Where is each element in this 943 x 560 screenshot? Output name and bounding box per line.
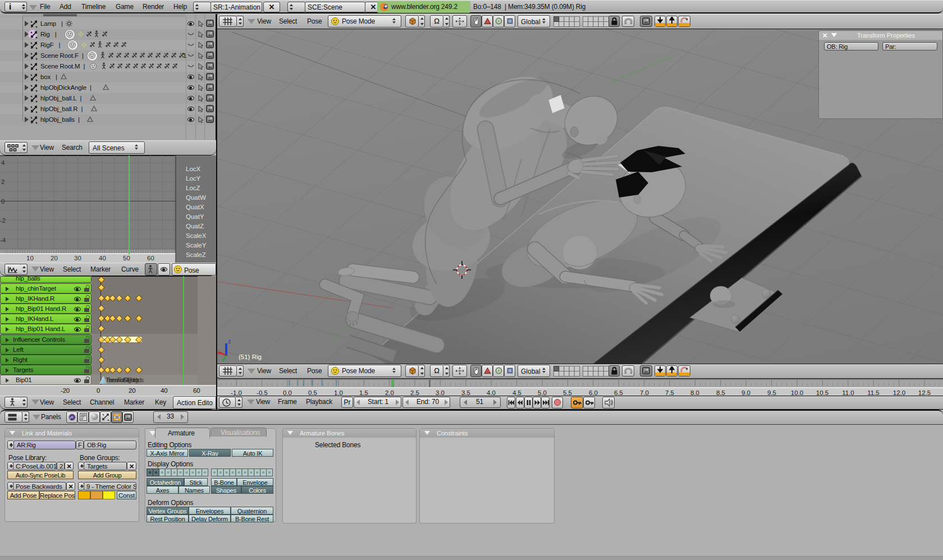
svg-text:2.5: 2.5: [410, 389, 419, 396]
svg-text:10: 10: [26, 255, 34, 261]
svg-text:1.5: 1.5: [359, 389, 368, 396]
svg-text:10.0: 10.0: [791, 389, 803, 396]
svg-text:1.0: 1.0: [334, 389, 343, 396]
svg-text:11.5: 11.5: [867, 389, 880, 396]
svg-text:QuatY: QuatY: [186, 213, 204, 220]
svg-text:LocZ: LocZ: [186, 185, 200, 191]
svg-text:4.5: 4.5: [512, 389, 521, 396]
svg-text:QuatZ: QuatZ: [186, 223, 204, 229]
svg-text:12.0: 12.0: [893, 389, 905, 396]
svg-text:5.5: 5.5: [563, 389, 572, 396]
svg-text:LocY: LocY: [186, 175, 201, 182]
svg-text:4.0: 4.0: [487, 389, 496, 396]
svg-text:60: 60: [147, 255, 154, 261]
svg-text:6.0: 6.0: [589, 389, 598, 396]
svg-text:0.0: 0.0: [283, 389, 292, 396]
svg-text:11.0: 11.0: [842, 389, 854, 396]
svg-text:12.5: 12.5: [918, 389, 931, 396]
svg-text:8.0: 8.0: [690, 389, 699, 396]
svg-text:8.5: 8.5: [716, 389, 725, 396]
svg-text:(51) Rig: (51) Rig: [239, 354, 262, 360]
svg-text:0.5: 0.5: [308, 389, 317, 396]
svg-text:-1.0: -1.0: [231, 389, 242, 396]
svg-text:0: 0: [1, 198, 4, 205]
svg-text:9.5: 9.5: [767, 389, 776, 396]
svg-text:LocX: LocX: [186, 166, 201, 172]
svg-text:40: 40: [99, 255, 106, 261]
svg-text:z: z: [228, 338, 231, 345]
svg-text:7.0: 7.0: [640, 389, 649, 396]
svg-text:9.0: 9.0: [741, 389, 750, 396]
svg-text:QuatX: QuatX: [186, 204, 204, 210]
svg-text:3.0: 3.0: [436, 389, 445, 396]
svg-text:10.5: 10.5: [816, 389, 828, 396]
svg-text:7.5: 7.5: [665, 389, 674, 396]
svg-text:-0.5: -0.5: [257, 389, 268, 396]
svg-text:6.5: 6.5: [614, 389, 623, 396]
svg-text:QuatW: QuatW: [186, 194, 206, 201]
svg-text:ScaleX: ScaleX: [186, 232, 207, 239]
svg-text:20: 20: [51, 255, 58, 261]
svg-text:ScaleZ: ScaleZ: [186, 251, 206, 258]
svg-text:5.0: 5.0: [538, 389, 547, 396]
svg-text:50: 50: [123, 255, 130, 261]
svg-text:4: 4: [1, 159, 5, 166]
svg-text:3.5: 3.5: [461, 389, 470, 396]
svg-text:2: 2: [1, 178, 4, 185]
svg-text:2.0: 2.0: [385, 389, 394, 396]
svg-text:-2: -2: [0, 217, 6, 224]
svg-text:ScaleY: ScaleY: [186, 242, 207, 249]
svg-text:30: 30: [74, 255, 81, 261]
svg-text:-4: -4: [0, 237, 6, 244]
